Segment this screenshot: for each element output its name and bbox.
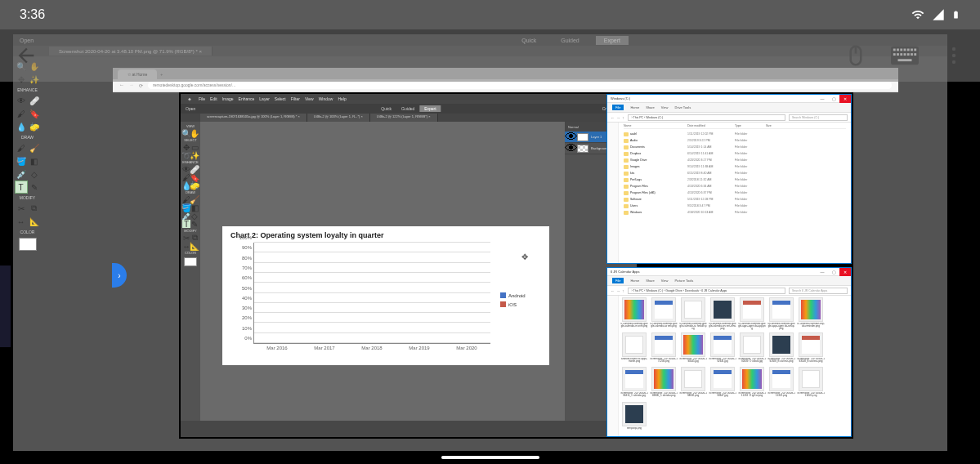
ribbon-view[interactable]: View — [661, 105, 669, 109]
eyedropper-icon[interactable]: 💉 — [15, 167, 28, 181]
eye-tool-icon[interactable]: 👁 — [15, 94, 28, 107]
menu-filter[interactable]: Filter — [291, 96, 300, 101]
file-row[interactable]: Windows4/18/2020 10:13 AMFile folder — [624, 209, 846, 216]
thumbnail[interactable]: Screenshot_202 00406-192828_B usiness.pn… — [767, 332, 795, 366]
brush-tool-icon[interactable]: 🖌 — [15, 141, 28, 154]
thumbnail[interactable]: Screenshot_202 00406-171209.png — [650, 332, 678, 366]
file-row[interactable]: Program Files (x86)4/13/2020 6:37 PMFile… — [624, 190, 846, 196]
thumbnail[interactable]: Screenshot_202 00406-193415_C alendar.jp… — [620, 367, 648, 400]
file-row[interactable]: aadrl1/11/2019 12:02 PMFile folder — [624, 131, 846, 137]
menu-edit[interactable]: Edit — [210, 96, 217, 101]
overflow-menu-icon[interactable] — [937, 39, 970, 72]
gradient-tool-icon[interactable]: ◧ — [28, 154, 41, 167]
open-button[interactable]: Open — [186, 106, 195, 111]
search-input[interactable]: Search Windows (C:) — [789, 114, 848, 121]
col-name[interactable]: Name — [624, 124, 687, 127]
thumbnail[interactable]: Screenshot_202 00408-111450.p ng — [797, 367, 825, 400]
inner-doc-tab-1[interactable]: U48x-2 @ 100% (Layer 1, R...*) × — [307, 114, 370, 122]
file-row[interactable]: Software5/11/2019 12:28 PMFile folder — [624, 196, 846, 203]
fg-color-swatch[interactable] — [184, 257, 197, 266]
visibility-icon[interactable]: 👁 — [568, 145, 575, 152]
shape-tool-icon[interactable]: ◇ — [28, 167, 41, 181]
menu-enhance[interactable]: Enhance — [239, 96, 255, 101]
menu-select[interactable]: Select — [275, 96, 286, 101]
pencil-tool-icon[interactable]: ✎ — [28, 181, 41, 194]
explorer-navpane[interactable] — [607, 296, 619, 436]
thumbnail[interactable]: 01-android-calendar-google-calendar-m on… — [620, 297, 648, 331]
fill-icon[interactable]: 🪣 — [182, 203, 190, 212]
file-explorer-bottom[interactable]: 6 JR Calendar Apps — ▢ ✕ File Home Share… — [606, 267, 852, 437]
menu-window[interactable]: Window — [319, 96, 333, 101]
blur-tool-icon[interactable]: 💧 — [15, 120, 28, 133]
file-row[interactable]: Audio2/5/2019 3:22 PMFile folder — [624, 137, 846, 144]
inner-mode-guided[interactable]: Guided — [396, 105, 419, 112]
gradient-icon[interactable]: ◧ — [190, 203, 199, 212]
recompose-icon[interactable]: ⧉ — [28, 202, 41, 215]
nav-up-icon[interactable]: ↑ — [622, 115, 624, 120]
file-row[interactable]: Dropbox6/14/2019 11:41 AMFile folder — [624, 150, 846, 157]
clone-icon[interactable]: 🔖 — [190, 173, 199, 181]
address-bar[interactable]: remotedesktop.google.com/access/session/… — [148, 82, 892, 89]
ribbon-drive[interactable]: Drive Tools — [674, 105, 691, 109]
visibility-icon[interactable]: 👁 — [568, 134, 575, 141]
thumbnail[interactable]: Screenshot_202 00406-190445.jpg — [679, 332, 707, 366]
explorer-titlebar[interactable]: 6 JR Calendar Apps — ▢ ✕ — [607, 268, 851, 276]
close-button[interactable]: ✕ — [839, 95, 851, 103]
search-input[interactable]: Search 6 JR Calendar Apps — [789, 288, 848, 294]
thumbnail[interactable]: 02-android-calendar-google-calendar-w ee… — [650, 297, 678, 331]
file-explorer-top[interactable]: Windows (C:) — ▢ ✕ File Home Share View … — [606, 94, 852, 264]
crop-tool-icon[interactable]: ✂ — [15, 202, 28, 215]
back-button[interactable] — [10, 39, 43, 72]
reload-icon[interactable]: ⟳ — [139, 83, 143, 88]
keyboard-icon[interactable] — [888, 39, 921, 72]
straighten-icon[interactable]: 📐 — [190, 242, 199, 250]
inner-mode-expert[interactable]: Expert — [419, 105, 441, 112]
col-size[interactable]: Size — [766, 124, 794, 127]
thumbnail[interactable]: Screenshot_202 00406-193632.png — [679, 367, 707, 400]
ribbon-share[interactable]: Share — [646, 279, 655, 283]
thumbnail-grid[interactable]: 01-android-calendar-google-calendar-m on… — [619, 296, 851, 436]
thumbnail[interactable]: Screenshot_202 00406-192631.jpg — [709, 332, 736, 366]
ribbon-file[interactable]: File — [612, 105, 624, 110]
sponge-tool-icon[interactable]: 🧽 — [28, 120, 41, 133]
ribbon-view[interactable]: View — [661, 279, 669, 283]
file-row[interactable]: kits6/15/2019 8:40 AMFile folder — [624, 170, 846, 176]
thumbnail[interactable]: Screenshot_202 00406-193647.jpg — [709, 367, 736, 400]
nav-back-icon[interactable]: ← — [119, 83, 124, 87]
ribbon-file[interactable]: File — [612, 278, 624, 283]
spot-heal-icon[interactable]: 🩹 — [190, 165, 199, 173]
thumbnail[interactable]: 04-android-calendar-google-calendar-ev e… — [709, 297, 736, 331]
remote-session-viewport[interactable]: Open Quick Guided Expert Screenshot 2020… — [13, 34, 980, 451]
nav-fwd-icon[interactable]: → — [129, 83, 134, 87]
file-row[interactable]: Documents5/14/2019 1:14 AMFile folder — [624, 144, 846, 150]
menu-image[interactable]: Image — [222, 96, 234, 101]
col-date[interactable]: Date modified — [687, 124, 735, 127]
menu-file[interactable]: File — [199, 96, 205, 101]
foreground-color-swatch[interactable] — [19, 238, 37, 251]
maximize-button[interactable]: ▢ — [828, 95, 839, 103]
inner-doc-tab-2[interactable]: U48x-2 @ 122% (Layer 1, RGB/8*) × — [370, 114, 438, 122]
maximize-button[interactable]: ▢ — [828, 268, 839, 276]
marquee-tool-icon[interactable]: ▭ — [190, 143, 199, 151]
eraser-icon[interactable]: 🧹 — [190, 195, 199, 203]
nav-up-icon[interactable]: ↑ — [622, 288, 624, 293]
nav-fwd-icon[interactable]: → — [616, 288, 620, 293]
ribbon-home[interactable]: Home — [630, 105, 639, 109]
pencil-icon[interactable]: ✎ — [190, 220, 199, 228]
sponge-tool-icon[interactable]: 🧽 — [190, 181, 199, 190]
file-row[interactable]: PerfLogs2/3/2018 11:32 AMFile folder — [624, 176, 846, 183]
ribbon-home[interactable]: Home — [630, 279, 639, 283]
explorer-navpane[interactable] — [607, 123, 619, 263]
thumbnail[interactable]: 07-android-calendar-any-do-reminder.png — [797, 297, 825, 331]
spot-heal-icon[interactable]: 🩹 — [28, 94, 41, 107]
move-tool-icon[interactable]: ✥ — [182, 143, 190, 151]
explorer-file-list[interactable]: Name Date modified Type Size aadrl1/11/2… — [619, 123, 851, 263]
wand-tool-icon[interactable]: ✨ — [190, 151, 199, 159]
file-row[interactable]: Images9/14/2019 11:38 AMFile folder — [624, 163, 846, 170]
crop-icon[interactable]: ✂ — [182, 234, 190, 242]
ribbon-share[interactable]: Share — [646, 105, 655, 109]
file-row[interactable]: Users9/5/2018 3:47 PMFile folder — [624, 203, 846, 209]
thumbnail[interactable]: Screenshot_202 00406-192639_O utlook.jpg — [738, 332, 766, 366]
inner-photoshop-elements-window[interactable]: ◈ File Edit Image Enhance Layer Select F… — [181, 94, 637, 437]
smart-brush-icon[interactable]: 🖌 — [15, 107, 28, 120]
